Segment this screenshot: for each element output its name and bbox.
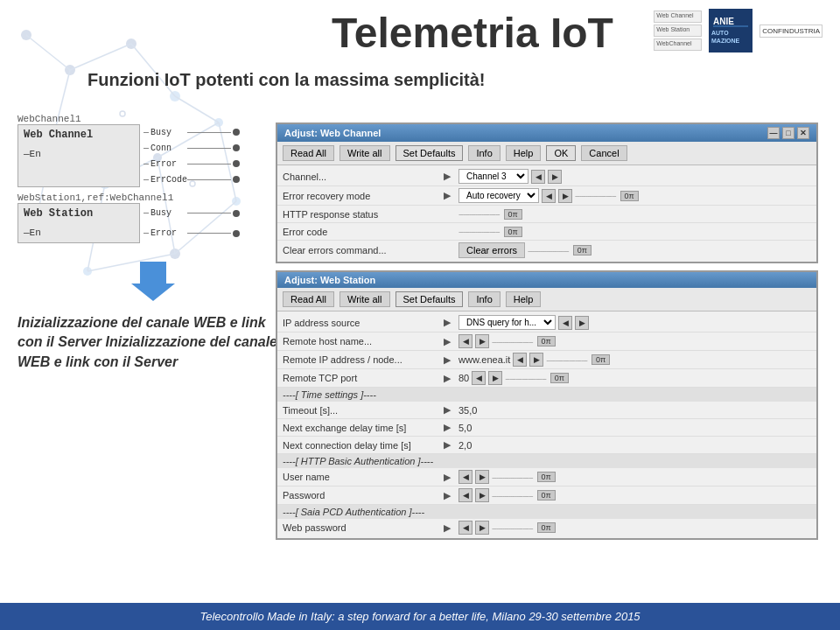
dialog2-row-ip-source: IP address source ▶ DNS query for h... ◀… — [277, 313, 816, 332]
dialog2-write-all[interactable]: Write all — [340, 291, 390, 307]
remote-host-prev[interactable]: ◀ — [458, 334, 472, 348]
restore-button[interactable]: □ — [782, 127, 794, 139]
remote-ip-next[interactable]: ▶ — [529, 353, 543, 367]
channel-next[interactable]: ▶ — [548, 170, 562, 184]
dialog2-info[interactable]: Info — [468, 291, 500, 307]
dialog1-controls[interactable]: — □ ✕ — [767, 127, 809, 139]
section-time-settings: ----[ Time settings ]---- — [277, 388, 816, 402]
svg-marker-34 — [131, 262, 175, 301]
anie-logo: ANIE AUTO MAZIONE — [709, 9, 752, 52]
dialog1-row-recovery: Error recovery mode ▶ Auto recovery ◀ ▶ … — [277, 186, 816, 206]
recovery-prev[interactable]: ◀ — [542, 189, 556, 203]
web-password-prev[interactable]: ◀ — [458, 521, 472, 535]
read-all-button[interactable]: Read All — [283, 145, 334, 161]
dialog1-row-channel: Channel... ▶ Channel 3 ◀ ▶ — [277, 167, 816, 186]
set-defaults-button[interactable]: Set Defaults — [396, 145, 464, 161]
footer: Telecontrollo Made in Italy: a step forw… — [0, 603, 840, 630]
minimize-button[interactable]: — — [767, 127, 780, 139]
username-on[interactable]: 0π — [537, 472, 556, 482]
ok-button[interactable]: OK — [546, 145, 576, 161]
section-basic-auth: ----[ HTTP Basic Authentication ]---- — [277, 454, 816, 468]
clear-errors-button[interactable]: Clear errors — [458, 242, 525, 258]
info-button[interactable]: Info — [468, 145, 500, 161]
password-next[interactable]: ▶ — [475, 488, 489, 502]
dialog1-titlebar: Adjust: Web Channel — □ ✕ — [277, 124, 816, 142]
dialog2-toolbar: Read All Write all Set Defaults Info Hel… — [277, 288, 816, 312]
remote-host-next[interactable]: ▶ — [475, 334, 489, 348]
subtitle: Funzioni IoT potenti con la massima semp… — [88, 70, 486, 90]
dialog2-read-all[interactable]: Read All — [283, 291, 334, 307]
thumb-2: Web Station — [654, 24, 702, 37]
clear-errors-on[interactable]: 0π — [573, 245, 592, 256]
dialog2-title: Adjust: Web Station — [284, 275, 375, 285]
dialog2-row-username: User name ▶ ◀ ▶ -------------------- 0π — [277, 468, 816, 486]
dialog-web-station: Adjust: Web Station Read All Write all S… — [276, 270, 818, 540]
logo-area: Web Channel Web Station WebChannel ANIE … — [654, 9, 822, 52]
thumb-3: WebChannel — [654, 38, 702, 51]
remote-host-on[interactable]: 0π — [537, 336, 556, 346]
tcp-port-on[interactable]: 0π — [550, 373, 569, 383]
dialog2-row-timeout: Timeout [s]... ▶ 35,0 — [277, 402, 816, 419]
web-password-next[interactable]: ▶ — [475, 521, 489, 535]
thumb-1: Web Channel — [654, 10, 702, 23]
recovery-on[interactable]: 0π — [620, 191, 639, 201]
remote-ip-prev[interactable]: ◀ — [513, 353, 527, 367]
svg-point-1 — [65, 65, 75, 75]
ip-source-prev[interactable]: ◀ — [558, 316, 572, 330]
http-status-on[interactable]: 0π — [504, 209, 522, 220]
password-on[interactable]: 0π — [537, 490, 556, 500]
error-code-on[interactable]: 0π — [504, 227, 522, 237]
web-password-on[interactable]: 0π — [537, 522, 556, 533]
password-prev[interactable]: ◀ — [458, 488, 472, 502]
svg-text:MAZIONE: MAZIONE — [711, 38, 740, 44]
ip-source-select[interactable]: DNS query for h... — [458, 315, 556, 330]
dialog2-row-tcp-port: Remote TCP port ▶ 80 ◀ ▶ ---------------… — [277, 369, 816, 388]
section-saia-auth: ----[ Saia PCD Authentication ]---- — [277, 505, 816, 519]
username-next[interactable]: ▶ — [475, 470, 489, 484]
dialog2-row-remote-ip: Remote IP address / node... ▶ www.enea.i… — [277, 351, 816, 369]
dialog2-row-connection-delay: Next connection delay time [s] ▶ 2,0 — [277, 437, 816, 454]
write-all-button[interactable]: Write all — [340, 145, 390, 161]
confindustria-logo: CONFINDUSTRIA — [760, 24, 822, 38]
channel-select[interactable]: Channel 3 — [458, 169, 528, 184]
dialog1-toolbar: Read All Write all Set Defaults Info Hel… — [277, 142, 816, 165]
right-panel: Adjust: Web Channel — □ ✕ Read All Write… — [276, 122, 818, 547]
dialog1-title: Adjust: Web Channel — [284, 128, 381, 138]
tcp-port-prev[interactable]: ◀ — [472, 371, 486, 385]
dialog2-body: IP address source ▶ DNS query for h... ◀… — [277, 312, 816, 538]
close-button[interactable]: ✕ — [797, 127, 809, 139]
dialog2-row-exchange-delay: Next exchange delay time [s] ▶ 5,0 — [277, 419, 816, 437]
dialog1-row-error-code: Error code -------------------- 0π — [277, 223, 816, 241]
cancel-button[interactable]: Cancel — [581, 145, 626, 161]
init-text: Inizializzazione del canale WEB e link c… — [18, 313, 289, 372]
dialog2-row-web-password: Web password ▶ ◀ ▶ -------------------- … — [277, 519, 816, 536]
block2-ref: WebStation1,ref:WebChannel1 — [18, 192, 289, 203]
dialog2-titlebar: Adjust: Web Station — [277, 272, 816, 288]
svg-text:AUTO: AUTO — [711, 30, 729, 36]
block1-type: Web Channel — [24, 129, 130, 141]
dialog2-row-remote-host: Remote host name... ▶ ◀ ▶ --------------… — [277, 332, 816, 351]
dialog1-body: Channel... ▶ Channel 3 ◀ ▶ Error recover… — [277, 165, 816, 262]
username-prev[interactable]: ◀ — [458, 470, 472, 484]
svg-text:ANIE: ANIE — [713, 17, 734, 26]
recovery-select[interactable]: Auto recovery — [458, 188, 539, 203]
tcp-port-next[interactable]: ▶ — [488, 371, 502, 385]
arrow-down — [18, 248, 289, 313]
dialog1-row-clear-errors: Clear errors command... Clear errors ---… — [277, 241, 816, 260]
ip-source-next[interactable]: ▶ — [575, 316, 589, 330]
block1-ref: WebChannel1 — [18, 114, 289, 124]
recovery-next[interactable]: ▶ — [558, 189, 572, 203]
left-panel: WebChannel1 Web Channel —En Busy Conn — [18, 105, 289, 372]
remote-ip-on[interactable]: 0π — [592, 354, 610, 365]
dialog1-row-http-status: HTTP response status -------------------… — [277, 206, 816, 223]
dialog2-help[interactable]: Help — [506, 291, 542, 307]
dialog2-row-password: Password ▶ ◀ ▶ -------------------- 0π — [277, 486, 816, 505]
svg-point-3 — [170, 91, 180, 102]
help-button[interactable]: Help — [506, 145, 542, 161]
dialog2-set-defaults[interactable]: Set Defaults — [396, 291, 464, 307]
channel-prev[interactable]: ◀ — [531, 170, 545, 184]
block2-type: Web Station — [24, 207, 130, 220]
footer-text: Telecontrollo Made in Italy: a step forw… — [200, 610, 640, 623]
dialog-web-channel: Adjust: Web Channel — □ ✕ Read All Write… — [276, 122, 818, 263]
